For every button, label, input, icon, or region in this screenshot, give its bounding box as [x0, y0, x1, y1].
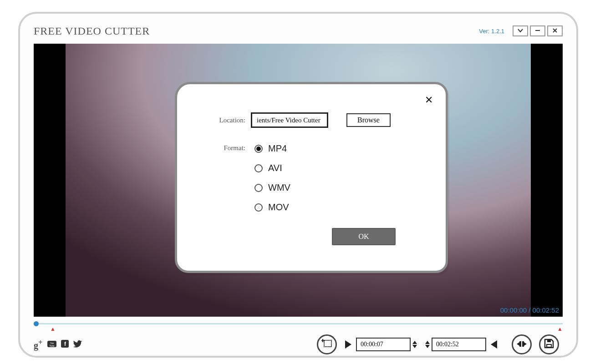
app-window: FREE VIDEO CUTTER Ver: 1.2.1 00:00:00 / …: [18, 12, 578, 358]
radio-icon: [254, 203, 263, 212]
radio-icon: [254, 164, 263, 172]
browse-button[interactable]: Browse: [346, 113, 391, 127]
clip-end-steppers: [425, 341, 430, 348]
clip-start-value: 00:00:07: [361, 341, 383, 348]
timecode: 00:00:00 / 00:02:52: [500, 306, 559, 314]
clip-start-down[interactable]: [412, 345, 417, 348]
clip-start-up[interactable]: [412, 341, 417, 344]
clip-end-down[interactable]: [425, 345, 430, 348]
cut-button[interactable]: [512, 334, 532, 354]
clip-start-field[interactable]: 00:00:07: [356, 338, 411, 351]
svg-rect-9: [519, 341, 521, 347]
titlebar: FREE VIDEO CUTTER Ver: 1.2.1: [34, 22, 563, 40]
gplus-icon[interactable]: g+: [34, 338, 43, 351]
format-options: MP4 AVI WMV MOV: [254, 143, 290, 212]
seek-thumb[interactable]: [34, 321, 39, 326]
social-links: g+ YouTube f: [34, 338, 82, 351]
chevron-down-icon: [518, 27, 523, 35]
save-button[interactable]: [539, 334, 559, 354]
letterbox-right: [531, 44, 563, 317]
app-title: FREE VIDEO CUTTER: [34, 25, 150, 37]
play-backward-button[interactable]: [491, 340, 497, 349]
svg-marker-12: [524, 342, 527, 346]
play-forward-button[interactable]: [345, 340, 351, 349]
format-option-label: WMV: [268, 182, 290, 193]
svg-rect-10: [522, 341, 524, 347]
ok-button[interactable]: OK: [332, 228, 396, 245]
svg-rect-6: [324, 340, 331, 347]
add-clip-icon: [321, 339, 332, 350]
minimize-icon: [535, 27, 540, 35]
location-field[interactable]: ients/Free Video Cutter: [251, 112, 328, 128]
radio-icon: [254, 184, 263, 192]
format-option-mov[interactable]: MOV: [254, 202, 290, 212]
seek-bar[interactable]: ▲ ▲: [34, 318, 563, 329]
radio-icon: [254, 145, 263, 153]
svg-rect-14: [547, 340, 551, 342]
dialog-close-button[interactable]: ✕: [425, 94, 433, 106]
clip-end-up[interactable]: [425, 341, 430, 344]
clip-end-marker[interactable]: ▲: [557, 326, 563, 332]
time-sep: /: [529, 306, 532, 314]
svg-marker-11: [517, 342, 519, 346]
save-icon: [544, 339, 554, 350]
minimize-button[interactable]: [530, 25, 545, 36]
format-option-label: AVI: [268, 163, 282, 173]
clip-start-steppers: [412, 341, 417, 348]
svg-text:Tube: Tube: [49, 344, 54, 347]
export-dialog: ✕ Location: ients/Free Video Cutter Brow…: [175, 82, 448, 273]
format-option-wmv[interactable]: WMV: [254, 182, 290, 193]
toolbar: g+ YouTube f 00:00:07: [34, 334, 563, 355]
format-option-mp4[interactable]: MP4: [254, 143, 290, 154]
add-clip-button[interactable]: [317, 334, 337, 354]
format-option-avi[interactable]: AVI: [254, 163, 290, 173]
twitter-icon[interactable]: [73, 339, 82, 350]
version-label: Ver: 1.2.1: [479, 28, 504, 35]
dropdown-button[interactable]: [513, 25, 528, 36]
time-current: 00:00:00: [500, 306, 527, 314]
cut-icon: [517, 339, 527, 350]
close-icon: [552, 27, 558, 35]
time-total: 00:02:52: [533, 306, 559, 314]
format-option-label: MOV: [268, 202, 289, 212]
location-value: ients/Free Video Cutter: [257, 116, 320, 124]
seek-track: [34, 323, 563, 324]
svg-rect-13: [547, 344, 551, 347]
format-label: Format:: [209, 143, 245, 212]
location-label: Location:: [209, 116, 245, 124]
location-row: Location: ients/Free Video Cutter Browse: [177, 112, 446, 128]
format-option-label: MP4: [268, 143, 287, 154]
clip-end-field[interactable]: 00:02:52: [432, 338, 486, 351]
facebook-icon[interactable]: f: [61, 339, 69, 350]
clip-end-value: 00:02:52: [436, 341, 459, 348]
clip-start-marker[interactable]: ▲: [50, 326, 56, 332]
youtube-icon[interactable]: YouTube: [47, 339, 56, 350]
letterbox-left: [34, 44, 66, 317]
format-row: Format: MP4 AVI WMV MOV: [177, 143, 446, 212]
close-button[interactable]: [547, 25, 563, 36]
